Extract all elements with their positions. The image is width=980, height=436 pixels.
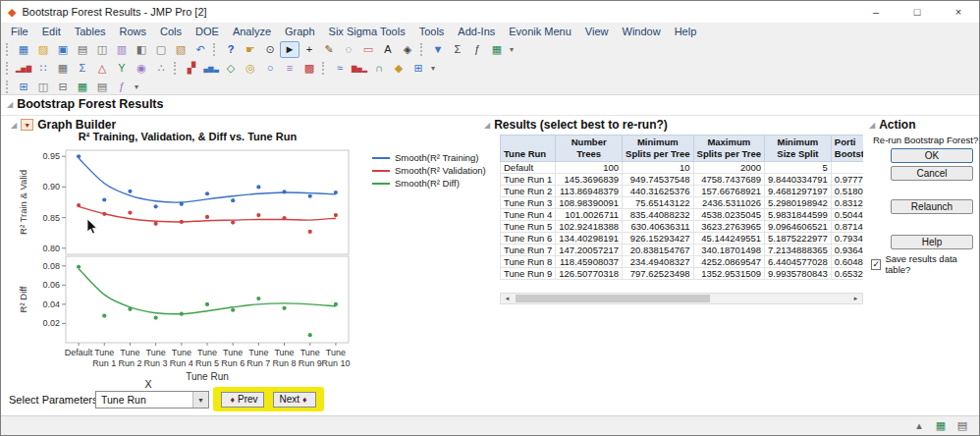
next-button[interactable]: Next ♦ [273, 392, 316, 408]
summary-icon[interactable]: Σ [448, 41, 467, 58]
bubble-plot-icon[interactable]: ○ [260, 60, 280, 77]
data-filter-icon[interactable]: ▼ [428, 41, 448, 58]
scrollbar-track[interactable] [514, 294, 849, 303]
copy-icon[interactable]: ▢ [151, 41, 171, 58]
table-row[interactable]: Tune Run 4101.0026711835.440882324538.02… [501, 208, 864, 220]
new-data-table-icon[interactable]: ▦ [14, 41, 33, 58]
menu-doe[interactable]: DOE [189, 26, 226, 37]
scroll-right-icon[interactable]: ► [849, 294, 862, 303]
log-window-icon[interactable]: ▤ [92, 79, 112, 95]
fit-model-icon[interactable]: Σ [73, 60, 92, 77]
disclosure-triangle-icon[interactable]: ◢ [7, 100, 13, 109]
journal-icon[interactable]: ▥ [112, 41, 132, 58]
cancel-button[interactable]: Cancel [891, 166, 973, 181]
menu-add-ins[interactable]: Add-Ins [451, 26, 502, 37]
formula-icon[interactable]: ƒ [467, 41, 487, 58]
heat-map-icon[interactable]: ▩ [299, 60, 319, 77]
maximize-button[interactable]: □ [897, 1, 938, 23]
menu-view[interactable]: View [578, 26, 616, 37]
script-window-icon[interactable]: ƒ [112, 79, 132, 95]
parameters-dropdown[interactable]: Tune Run ▼ [95, 391, 209, 409]
scrollbar-thumb[interactable] [516, 295, 710, 302]
menu-edit[interactable]: Edit [35, 26, 68, 37]
control-chart-icon[interactable]: ≈ [330, 60, 350, 77]
menu-file[interactable]: File [4, 26, 35, 37]
pareto-plot-icon[interactable]: ▇▅▂ [350, 60, 369, 77]
new-window-icon[interactable]: ⊞ [14, 79, 33, 95]
help-tool-icon[interactable]: ? [221, 41, 241, 58]
horizontal-scrollbar[interactable]: ◄ ► [500, 293, 863, 304]
predictive-model-icon[interactable]: △ [92, 60, 112, 77]
parallel-plot-icon[interactable]: ≡ [280, 60, 299, 77]
table-row[interactable]: Tune Run 3108.9839009175.651431222436.53… [501, 196, 864, 208]
eraser-tool-icon[interactable]: ▭ [358, 41, 378, 58]
menu-tables[interactable]: Tables [68, 26, 113, 37]
print-icon[interactable]: ▤ [73, 41, 92, 58]
msa-icon[interactable]: ◆ [389, 60, 408, 77]
split-window-icon[interactable]: ◫ [33, 79, 53, 95]
brush-tool-icon[interactable]: ✎ [319, 41, 339, 58]
graph-builder-icon[interactable]: ▞ [182, 60, 201, 77]
toolbar-overflow-icon[interactable]: ▾ [431, 64, 435, 73]
toolbar-overflow-icon[interactable]: ▾ [135, 82, 138, 91]
layout-icon[interactable]: ◧ [132, 41, 151, 58]
table-row[interactable]: Tune Run 1145.3696839949.745375484758.74… [501, 173, 864, 185]
minimize-button[interactable]: – [855, 1, 897, 23]
lasso-tool-icon[interactable]: ◌ [339, 41, 358, 58]
magnifier-tool-icon[interactable]: ⊙ [260, 41, 280, 58]
scroll-left-icon[interactable]: ◄ [501, 294, 514, 303]
chevron-down-icon[interactable]: ▼ [192, 392, 208, 408]
ok-button[interactable]: OK [891, 148, 973, 163]
menu-cols[interactable]: Cols [153, 26, 189, 37]
capability-icon[interactable]: ∩ [369, 60, 389, 77]
partition-icon[interactable]: Y [112, 60, 132, 77]
histogram-icon[interactable]: ▄▆▃ [201, 60, 221, 77]
table-row[interactable]: Default1001020005 [501, 161, 864, 173]
menu-tools[interactable]: Tools [412, 26, 452, 37]
red-triangle-menu-button[interactable]: ▼ [21, 119, 33, 131]
table-tools-icon[interactable]: ▦ [487, 41, 507, 58]
paste-icon[interactable]: ▧ [171, 41, 191, 58]
annotate-tool-icon[interactable]: A [378, 41, 398, 58]
distribution-icon[interactable]: ▂▅▇ [14, 60, 33, 77]
menu-rows[interactable]: Rows [113, 26, 154, 37]
save-results-checkbox[interactable]: ✓ [871, 259, 881, 270]
tabulate-icon[interactable]: ▦ [53, 60, 73, 77]
open-file-icon[interactable]: ▨ [33, 41, 53, 58]
status-chevron-up-icon[interactable]: ▴ [910, 419, 928, 432]
table-row[interactable]: Tune Run 7147.2005721720.838154767340.18… [501, 244, 864, 255]
scatterplot-3d-icon[interactable]: ◇ [221, 60, 241, 77]
print-preview-icon[interactable]: ◫ [92, 41, 112, 58]
menu-graph[interactable]: Graph [278, 26, 322, 37]
grabber-tool-icon[interactable]: ☛ [241, 41, 260, 58]
table-row[interactable]: Tune Run 6134.40298191926.1529342745.144… [501, 232, 864, 244]
disclosure-triangle-icon[interactable]: ◢ [484, 121, 490, 130]
prev-button[interactable]: ♦ Prev [221, 392, 264, 408]
help-button[interactable]: Help [891, 235, 973, 249]
fit-y-by-x-icon[interactable]: ∷ [33, 60, 53, 77]
menu-window[interactable]: Window [616, 26, 668, 37]
table-row[interactable]: Tune Run 9126.50770318797.625234981352.9… [501, 267, 864, 279]
table-row[interactable]: Tune Run 5102.92418388630.406363113623.2… [501, 220, 864, 232]
table-row[interactable]: Tune Run 8118.45908037234.494083274252.0… [501, 255, 864, 267]
undo-icon[interactable]: ↶ [191, 41, 210, 58]
status-log-icon[interactable]: ▤ [953, 419, 971, 432]
menu-six-sigma-tools[interactable]: Six Sigma Tools [322, 26, 412, 37]
arrow-tool-icon[interactable]: ► [280, 41, 299, 58]
relaunch-button[interactable]: Relaunch [891, 199, 973, 214]
menu-help[interactable]: Help [668, 26, 704, 37]
arrange-windows-icon[interactable]: ⊟ [53, 79, 73, 95]
menu-analyze[interactable]: Analyze [226, 26, 278, 37]
close-button[interactable]: × [938, 1, 979, 23]
status-data-table-icon[interactable]: ▦ [932, 419, 950, 432]
cluster-icon[interactable]: ∴ [151, 60, 171, 77]
scroller-tool-icon[interactable]: ◈ [398, 41, 417, 58]
neural-icon[interactable]: ◉ [132, 60, 151, 77]
contour-plot-icon[interactable]: ◎ [241, 60, 260, 77]
disclosure-triangle-icon[interactable]: ◢ [11, 121, 17, 130]
crosshair-tool-icon[interactable]: + [299, 41, 319, 58]
data-table-window-icon[interactable]: ▦ [73, 79, 92, 95]
table-row[interactable]: Tune Run 2113.86948379440.31625376157.66… [501, 185, 864, 196]
toolbar-overflow-icon[interactable]: ▾ [510, 45, 514, 54]
save-file-icon[interactable]: ▣ [53, 41, 73, 58]
